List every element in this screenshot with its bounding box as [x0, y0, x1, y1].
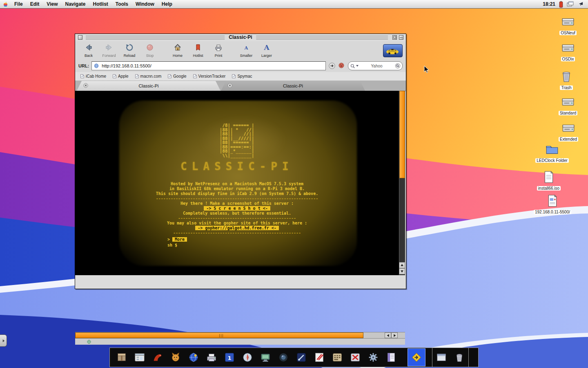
search-box[interactable]: Yahoo [348, 61, 403, 70]
hotlist-icon [194, 43, 202, 53]
horizontal-scrollbar-thumb[interactable] [75, 332, 363, 338]
toolbar-larger-button[interactable]: ALarger [256, 42, 277, 59]
keypad-icon [331, 351, 343, 364]
tab-2-classic-pi[interactable]: Classic-Pi [221, 81, 365, 91]
icab-logo[interactable] [383, 44, 403, 57]
url-input[interactable] [101, 63, 324, 69]
more-button[interactable]: More [172, 237, 187, 242]
desktop-drawer-tab[interactable] [0, 334, 7, 347]
scroll-down-arrow-icon[interactable] [399, 268, 405, 274]
terminal-link[interactable]: -> S c r e e n S h o t <- [204, 206, 270, 211]
drawer-arrow-icon [2, 339, 5, 343]
tab-close-icon[interactable] [83, 83, 88, 88]
toolbar-hotlist-button[interactable]: Hotlist [188, 42, 208, 59]
dock-item-yellow-diamond-arrow[interactable] [408, 348, 425, 366]
dock-item-desktop-printer[interactable] [203, 348, 220, 366]
dock-item-purple-notes[interactable] [382, 348, 400, 366]
desktop-icon-osdix[interactable]: OSDix [554, 41, 582, 61]
dock-item-cat[interactable] [167, 348, 185, 366]
toolbar-back-button[interactable]: Back [78, 42, 99, 59]
dock-item-red-x-transfer[interactable] [346, 348, 364, 366]
search-dropdown-caret-icon[interactable] [356, 65, 359, 67]
scroll-left-arrow-icon[interactable] [385, 332, 391, 338]
zoom-box-icon[interactable] [392, 35, 397, 40]
html-validity-smiley-icon[interactable] [338, 62, 345, 70]
vertical-scrollbar-thumb[interactable] [399, 91, 405, 178]
application-menu-icon[interactable] [577, 1, 584, 7]
window-title-bar[interactable]: Classic-Pi [75, 34, 406, 42]
terminal-link[interactable]: -> gopher://galgot.hd.free.fr <- [195, 226, 279, 230]
bookmark-spymac[interactable]: Spymac [232, 74, 252, 79]
app-window-icon [435, 351, 448, 364]
dock-item-dinosaur[interactable] [149, 348, 167, 366]
menu-hotlist[interactable]: Hotlist [89, 0, 112, 8]
menu-view[interactable]: View [43, 0, 61, 8]
trash-can-icon [453, 351, 466, 364]
dock-item-stuffit-box[interactable] [113, 348, 131, 366]
close-box-icon[interactable] [78, 35, 82, 40]
tab-1-classic-pi[interactable]: Classic-Pi [77, 81, 220, 91]
apple-logo-icon [3, 1, 8, 7]
apple-menu[interactable] [0, 0, 11, 8]
terminal-link-line: -> S c r e e n S h o t <- [75, 206, 399, 211]
menu-help[interactable]: Help [158, 0, 176, 8]
desktop-icon-192-168-0-11-5500[interactable]: 192.168.0.11-5500/ [538, 194, 567, 214]
dock-item-trash-can[interactable] [450, 348, 468, 366]
desktop-icon-osneuf[interactable]: OSNeuf [554, 15, 582, 35]
folder-icon [545, 142, 559, 158]
toolbar-print-button[interactable]: Print [208, 42, 229, 59]
vertical-scrollbar[interactable] [399, 91, 405, 275]
desktop-icon-extended[interactable]: Extended [554, 121, 583, 141]
desktop-icon-trash[interactable]: Trash [552, 70, 581, 90]
collapse-box-icon[interactable] [399, 35, 403, 40]
horizontal-scrollbar[interactable] [75, 332, 405, 338]
dock-item-red-strikes[interactable] [310, 348, 328, 366]
stop-icon [146, 43, 154, 53]
dock-item-blue-tool[interactable] [292, 348, 310, 366]
smaller-a-icon: A [242, 43, 250, 53]
go-button[interactable] [328, 62, 336, 70]
bookmark-google[interactable]: Google [167, 74, 186, 79]
scroll-up-arrow-icon[interactable] [399, 262, 405, 268]
url-field[interactable] [91, 61, 326, 70]
dock-item-control-panels[interactable] [131, 348, 149, 366]
toolbar-home-button[interactable]: Home [167, 42, 188, 59]
dock-item-gear[interactable] [364, 348, 382, 366]
scrollbar-grip [219, 334, 224, 337]
drive-icon [561, 121, 575, 137]
bookmark-macnn-com[interactable]: macnn.com [135, 74, 162, 79]
dock-item-compass[interactable] [238, 348, 256, 366]
bookmark-apple[interactable]: Apple [112, 74, 129, 79]
dock-item-blue-window-one[interactable]: 1 [220, 348, 238, 366]
search-go-icon[interactable] [395, 63, 401, 69]
dock-item-monitor[interactable] [256, 348, 274, 366]
tab-close-icon[interactable] [227, 83, 232, 88]
search-engine-icon[interactable] [350, 63, 355, 69]
menubar-clock[interactable]: 18:21 [543, 1, 555, 7]
desktop-icon-standard[interactable]: Standard [554, 95, 582, 115]
desktop-icon-install66-iso[interactable]: install66.iso [535, 170, 563, 191]
menu-window[interactable]: Window [132, 0, 158, 8]
toolbar-stop-button[interactable]: Stop [140, 42, 160, 59]
desktop-icon-ledclock-folder[interactable]: LEDClock Folder [538, 142, 566, 163]
dock-item-blue-globe[interactable] [185, 348, 203, 366]
search-engine-value[interactable]: Yahoo [359, 64, 394, 68]
blue-window-one-icon: 1 [223, 351, 236, 364]
menu-tools[interactable]: Tools [112, 0, 132, 8]
menu-edit[interactable]: Edit [27, 0, 43, 8]
window-manager-icon[interactable] [567, 1, 574, 7]
dock-item-dark-lens[interactable] [274, 348, 292, 366]
dock-item-app-window[interactable] [432, 348, 450, 366]
bookmark-icab-home[interactable]: iCab Home [80, 74, 106, 79]
scroll-right-arrow-icon[interactable] [391, 332, 398, 338]
menu-file[interactable]: File [11, 0, 27, 8]
battery-indicator-icon[interactable] [559, 1, 563, 8]
dock-item-keypad[interactable] [328, 348, 346, 366]
toolbar-reload-button[interactable]: Reload [119, 42, 140, 59]
menu-navigate[interactable]: Navigate [61, 0, 89, 8]
terminal-lines: Hosted by NetPresenz on a Macintosh MacO… [75, 182, 399, 236]
bookmark-versiontracker[interactable]: VersionTracker [193, 74, 226, 79]
toolbar-forward-button[interactable]: Forward [99, 42, 119, 59]
terminal-text-line: in BasiliskII 68k emulator running on a … [75, 186, 399, 191]
toolbar-smaller-button[interactable]: ASmaller [236, 42, 256, 59]
